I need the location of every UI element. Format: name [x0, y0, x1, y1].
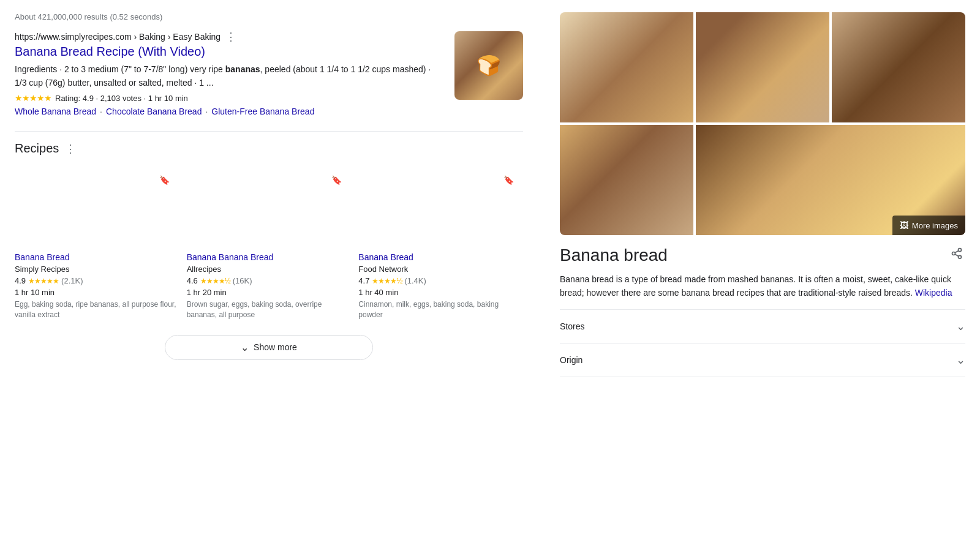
recipe-card-img-2: 🔖 [187, 165, 352, 246]
wikipedia-link[interactable]: Wikipedia [915, 288, 952, 298]
recipe-time-3: 1 hr 40 min [358, 288, 523, 297]
recipe-stars-3: ★★★★½ [372, 277, 402, 285]
recipes-header: Recipes ⋮ [15, 141, 523, 156]
result-thumbnail[interactable]: 🍞 [454, 31, 523, 100]
recipe-rating-num-3: 4.7 [358, 276, 369, 285]
rating-stars: ★★★★★ [15, 93, 51, 103]
origin-label: Origin [560, 355, 582, 365]
result-url-row: https://www.simplyrecipes.com › Baking ›… [15, 31, 445, 42]
whole-banana-bread-link[interactable]: Whole Banana Bread [15, 107, 96, 116]
recipe-card-1[interactable]: 🔖 Banana Bread Simply Recipes 4.9 ★★★★★ … [15, 165, 179, 320]
recipe-name-2[interactable]: Banana Banana Bread [187, 252, 352, 262]
sidebar-description: Banana bread is a type of bread made fro… [560, 272, 965, 299]
main-content: About 421,000,000 results (0.52 seconds)… [15, 12, 548, 377]
recipe-card-2[interactable]: 🔖 Banana Banana Bread Allrecipes 4.6 ★★★… [187, 165, 352, 320]
origin-accordion: Origin ⌄ [560, 343, 965, 377]
recipe-rating-row-3: 4.7 ★★★★½ (1.4K) [358, 276, 523, 285]
rating-text: Rating: 4.9 · 2,103 votes · 1 hr 10 min [55, 94, 188, 103]
chevron-down-icon: ⌄ [241, 342, 249, 353]
recipe-rating-row-1: 4.9 ★★★★★ (2.1K) [15, 276, 179, 285]
more-images-label: More images [912, 221, 958, 230]
results-count: About 421,000,000 results (0.52 seconds) [15, 12, 523, 21]
gluten-free-banana-bread-link[interactable]: Gluten-Free Banana Bread [211, 107, 314, 116]
show-more-label: Show more [254, 342, 297, 352]
sidebar-image-3[interactable] [832, 12, 965, 122]
svg-point-2 [959, 255, 962, 258]
result-text: https://www.simplyrecipes.com › Baking ›… [15, 31, 445, 116]
result-snippet: Ingredients · 2 to 3 medium (7" to 7-7/8… [15, 62, 445, 89]
stores-accordion-btn[interactable]: Stores ⌄ [560, 310, 965, 343]
result-with-thumbnail: https://www.simplyrecipes.com › Baking ›… [15, 31, 523, 116]
svg-line-3 [955, 254, 959, 256]
divider-1 [15, 131, 523, 132]
recipe-card-img-1: 🔖 [15, 165, 179, 246]
result-more-btn[interactable]: ⋮ [225, 31, 236, 42]
stores-chevron-icon: ⌄ [956, 320, 965, 333]
result-title[interactable]: Banana Bread Recipe (With Video) [15, 45, 445, 59]
more-images-overlay[interactable]: 🖼 More images [892, 216, 965, 235]
svg-line-4 [955, 250, 959, 252]
bookmark-btn-2[interactable]: 🔖 [326, 170, 346, 190]
result-url: https://www.simplyrecipes.com › Baking ›… [15, 32, 221, 42]
link-separator-1: · [100, 107, 102, 116]
link-separator-2: · [205, 107, 208, 116]
recipe-rating-num-1: 4.9 [15, 276, 26, 285]
share-button[interactable] [948, 245, 965, 265]
recipe-ingredients-2: Brown sugar, eggs, baking soda, overripe… [187, 299, 352, 320]
result-links: Whole Banana Bread · Chocolate Banana Br… [15, 107, 445, 116]
breadcrumb-arrow: › [134, 32, 140, 42]
recipe-ingredients-3: Cinnamon, milk, eggs, baking soda, bakin… [358, 299, 523, 320]
recipe-card-3[interactable]: 🔖 Banana Bread Food Network 4.7 ★★★★½ (1… [358, 165, 523, 320]
sidebar-images-grid: 🖼 More images [560, 12, 965, 235]
recipe-source-2: Allrecipes [187, 265, 352, 274]
images-icon: 🖼 [900, 220, 908, 230]
bookmark-btn-1[interactable]: 🔖 [155, 170, 175, 190]
recipe-stars-2: ★★★★½ [200, 277, 230, 285]
origin-accordion-btn[interactable]: Origin ⌄ [560, 343, 965, 377]
recipe-source-1: Simply Recipes [15, 265, 179, 274]
recipe-cards: 🔖 Banana Bread Simply Recipes 4.9 ★★★★★ … [15, 165, 523, 320]
svg-point-0 [959, 249, 962, 252]
recipe-time-2: 1 hr 20 min [187, 288, 352, 297]
recipe-name-3[interactable]: Banana Bread [358, 252, 523, 262]
recipe-rating-row-2: 4.6 ★★★★½ (16K) [187, 276, 352, 285]
recipes-more-btn[interactable]: ⋮ [65, 142, 76, 156]
recipe-stars-1: ★★★★★ [28, 277, 59, 285]
main-search-result: https://www.simplyrecipes.com › Baking ›… [15, 31, 523, 116]
recipe-votes-2: (16K) [233, 276, 252, 285]
recipe-source-3: Food Network [358, 265, 523, 274]
recipes-section-title: Recipes [15, 141, 59, 156]
recipes-section: Recipes ⋮ 🔖 Banana Bread Simply Recipes … [15, 141, 523, 360]
svg-point-1 [952, 252, 956, 255]
bookmark-btn-3[interactable]: 🔖 [499, 170, 518, 190]
show-more-button[interactable]: ⌄ Show more [165, 335, 373, 360]
sidebar: 🖼 More images Banana bread Banana bread [548, 12, 965, 377]
show-more-row: ⌄ Show more [15, 335, 523, 360]
recipe-time-1: 1 hr 10 min [15, 288, 179, 297]
sidebar-image-2[interactable] [696, 12, 829, 122]
sidebar-entity-header: Banana bread [560, 245, 965, 265]
sidebar-entity-title: Banana bread [560, 246, 668, 265]
stores-label: Stores [560, 321, 584, 331]
recipe-rating-num-2: 4.6 [187, 276, 198, 285]
recipe-votes-1: (2.1K) [61, 276, 83, 285]
chocolate-banana-bread-link[interactable]: Chocolate Banana Bread [106, 107, 202, 116]
recipe-ingredients-1: Egg, baking soda, ripe bananas, all purp… [15, 299, 179, 320]
recipe-votes-3: (1.4K) [404, 276, 426, 285]
sidebar-image-5[interactable]: 🖼 More images [696, 125, 965, 235]
recipe-card-img-3: 🔖 [358, 165, 523, 246]
recipe-name-1[interactable]: Banana Bread [15, 252, 179, 262]
sidebar-image-4[interactable] [560, 125, 693, 235]
thumbnail-image: 🍞 [454, 31, 523, 100]
sidebar-entity-panel: Banana bread Banana bread is a type of b… [560, 245, 965, 377]
stores-accordion: Stores ⌄ [560, 310, 965, 343]
origin-chevron-icon: ⌄ [956, 353, 965, 367]
sidebar-image-1[interactable] [560, 12, 693, 122]
rating-row: ★★★★★ Rating: 4.9 · 2,103 votes · 1 hr 1… [15, 93, 445, 103]
